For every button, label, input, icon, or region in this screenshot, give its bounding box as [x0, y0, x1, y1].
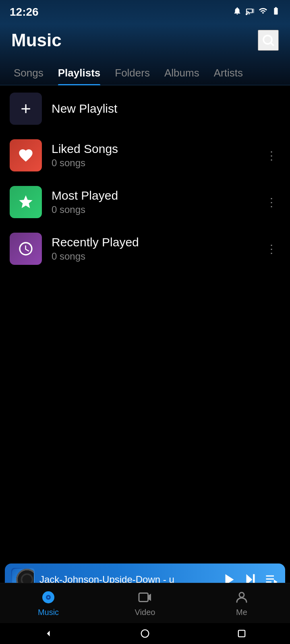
clock-icon	[18, 241, 34, 257]
wifi-icon	[259, 6, 267, 18]
home-button[interactable]	[137, 625, 153, 642]
recently-played-count: 0 songs	[52, 251, 263, 262]
tab-bar: Songs Playlists Folders Albums Artists	[0, 56, 290, 85]
music-nav-icon	[40, 589, 56, 605]
video-nav-label: Video	[135, 608, 155, 617]
me-nav-icon	[234, 589, 250, 605]
search-button[interactable]	[258, 30, 279, 51]
music-nav-label: Music	[38, 608, 59, 617]
status-bar: 12:26	[0, 0, 290, 24]
plus-icon: +	[21, 99, 31, 119]
new-playlist-info: New Playlist	[52, 102, 280, 116]
nav-item-music[interactable]: Music	[0, 589, 97, 617]
back-button[interactable]	[40, 625, 56, 642]
svg-point-3	[263, 35, 272, 44]
liked-songs-info: Liked Songs 0 songs	[52, 142, 263, 169]
liked-songs-more-button[interactable]: ⋮	[263, 147, 280, 164]
svg-rect-20	[238, 630, 245, 637]
svg-rect-15	[139, 593, 148, 602]
liked-songs-thumb	[10, 139, 42, 171]
list-item-most-played[interactable]: Most Played 0 songs ⋮	[0, 179, 290, 225]
recently-played-more-button[interactable]: ⋮	[263, 240, 280, 258]
tab-folders[interactable]: Folders	[108, 61, 157, 85]
svg-point-17	[239, 592, 244, 597]
bottom-nav: Music Video Me	[0, 583, 290, 623]
svg-line-4	[271, 43, 274, 46]
recently-played-thumb	[10, 233, 42, 265]
most-played-info: Most Played 0 songs	[52, 189, 263, 215]
list-item-recently-played[interactable]: Recently Played 0 songs ⋮	[0, 225, 290, 272]
video-nav-icon	[137, 589, 153, 605]
svg-rect-2	[253, 9, 254, 12]
status-time: 12:26	[10, 6, 39, 19]
heart-icon	[18, 147, 34, 163]
star-icon	[18, 194, 34, 210]
recently-played-info: Recently Played 0 songs	[52, 235, 263, 262]
svg-rect-0	[246, 9, 253, 12]
most-played-name: Most Played	[52, 189, 263, 202]
nav-item-me[interactable]: Me	[193, 589, 290, 617]
tab-songs[interactable]: Songs	[6, 61, 51, 85]
new-playlist-label: New Playlist	[52, 102, 280, 116]
new-playlist-item[interactable]: + New Playlist	[0, 85, 290, 132]
tab-albums[interactable]: Albums	[157, 61, 207, 85]
status-icons	[233, 6, 280, 18]
me-nav-label: Me	[236, 608, 247, 617]
recents-button[interactable]	[234, 625, 250, 642]
tab-artists[interactable]: Artists	[207, 61, 250, 85]
nav-item-video[interactable]: Video	[97, 589, 193, 617]
app-title: Music	[11, 30, 62, 50]
notification-icon	[233, 6, 242, 18]
cast-icon	[246, 6, 255, 18]
system-nav-bar	[0, 623, 290, 644]
liked-songs-name: Liked Songs	[52, 142, 263, 156]
tab-playlists[interactable]: Playlists	[51, 61, 108, 85]
svg-point-19	[141, 630, 149, 638]
most-played-thumb	[10, 186, 42, 218]
svg-marker-18	[47, 631, 50, 636]
liked-songs-count: 0 songs	[52, 157, 263, 169]
content-area: + New Playlist Liked Songs 0 songs ⋮ Mos…	[0, 85, 290, 272]
most-played-count: 0 songs	[52, 204, 263, 215]
recently-played-name: Recently Played	[52, 235, 263, 249]
search-icon	[261, 33, 276, 47]
svg-point-14	[48, 597, 50, 599]
new-playlist-thumb: +	[10, 93, 42, 125]
svg-point-1	[246, 14, 247, 15]
battery-icon	[271, 6, 280, 18]
most-played-more-button[interactable]: ⋮	[263, 193, 280, 211]
app-header: Music	[0, 24, 290, 56]
list-item-liked-songs[interactable]: Liked Songs 0 songs ⋮	[0, 132, 290, 179]
